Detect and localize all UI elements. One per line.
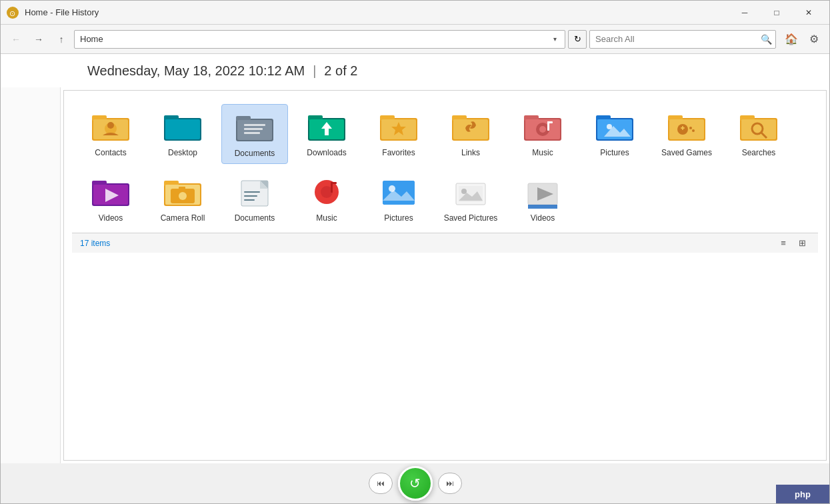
folder-label-desktop: Desktop [168, 148, 197, 159]
folder-item-documents2[interactable]: Documents [221, 169, 288, 228]
folder-item-music[interactable]: Music [509, 104, 576, 164]
folder-label-documents2: Documents [235, 213, 275, 224]
up-button[interactable]: ↑ [51, 30, 71, 49]
close-button[interactable]: ✕ [793, 3, 824, 23]
folder-label-videos-top: Videos [99, 213, 123, 224]
settings-button[interactable]: ⚙ [804, 30, 824, 49]
folder-icon-saved-games [665, 108, 708, 145]
title-bar: ⊙ Home - File History ─ □ ✕ [1, 1, 829, 25]
folder-label-documents: Documents [235, 149, 275, 159]
folder-icon-videos-top [89, 173, 132, 211]
folder-label-saved-pictures: Saved Pictures [444, 213, 498, 224]
php-badge-text: php [795, 489, 811, 499]
folder-item-saved-games[interactable]: Saved Games [653, 104, 720, 164]
date-bar: Wednesday, May 18, 2022 10:12 AM | 2 of … [1, 54, 829, 87]
home-button[interactable]: 🏠 [781, 30, 801, 49]
svg-point-46 [692, 129, 695, 132]
svg-rect-14 [244, 128, 263, 130]
svg-rect-68 [244, 199, 255, 201]
prev-button[interactable]: ⏮ [369, 473, 393, 494]
window-title: Home - File History [25, 7, 729, 17]
folder-item-music2[interactable]: Music [293, 169, 360, 228]
main-window: ⊙ Home - File History ─ □ ✕ ← → ↑ Home ▾… [0, 0, 830, 504]
folder-icon-downloads [305, 108, 348, 145]
forward-button[interactable]: → [29, 30, 49, 49]
search-input[interactable] [590, 34, 757, 44]
svg-rect-9 [165, 119, 200, 139]
date-text: Wednesday, May 18, 2022 10:12 AM [87, 63, 305, 79]
search-icon: 🔍 [761, 34, 772, 45]
folder-icon-documents [233, 109, 276, 146]
folder-icon-pictures [593, 108, 636, 145]
svg-rect-72 [331, 182, 337, 184]
svg-rect-15 [244, 132, 260, 134]
address-bar[interactable]: Home ▾ [74, 30, 565, 49]
svg-point-45 [689, 127, 692, 129]
folder-item-videos-top[interactable]: Videos [77, 169, 144, 228]
svg-rect-67 [244, 195, 257, 197]
folder-label-camera-roll: Camera Roll [161, 213, 205, 224]
folder-icon-camera-roll [161, 173, 204, 211]
folder-item-saved-pictures[interactable]: Saved Pictures [437, 169, 504, 228]
list-view-button[interactable]: ≡ [775, 236, 791, 251]
folder-label-searches: Searches [742, 148, 776, 159]
folder-item-pictures[interactable]: Pictures [581, 104, 648, 164]
search-button[interactable]: 🔍 [757, 30, 775, 49]
view-buttons: ≡ ⊞ [775, 236, 810, 251]
next-button[interactable]: ⏭ [438, 473, 462, 494]
folder-label-favorites: Favorites [382, 148, 415, 159]
folder-icon-videos-bottom [521, 173, 564, 211]
folder-item-documents[interactable]: Documents [221, 104, 288, 164]
settings-icon: ⚙ [809, 33, 819, 45]
svg-point-6 [107, 122, 114, 129]
svg-rect-44 [682, 126, 683, 130]
folder-icon-music2 [305, 173, 348, 211]
main-area: ContactsDesktopDocumentsDownloadsFavorit… [1, 87, 829, 463]
restore-button[interactable]: ↺ [398, 466, 433, 501]
detail-view-icon: ⊞ [799, 238, 806, 248]
folder-icon-links [449, 108, 492, 145]
svg-rect-33 [547, 121, 553, 123]
back-button[interactable]: ← [6, 30, 26, 49]
folder-item-desktop[interactable]: Desktop [149, 104, 216, 164]
folder-icon-desktop [161, 108, 204, 145]
folder-icon-searches [737, 108, 780, 145]
folder-label-music2: Music [316, 213, 337, 224]
folder-icon-pictures2 [377, 173, 420, 211]
content-panel: ContactsDesktopDocumentsDownloadsFavorit… [63, 90, 827, 461]
folder-label-contacts: Contacts [95, 148, 126, 159]
svg-rect-13 [244, 124, 265, 126]
folder-item-links[interactable]: Links [437, 104, 504, 164]
folder-label-pictures: Pictures [600, 148, 629, 159]
minimize-button[interactable]: ─ [729, 3, 760, 23]
folder-item-pictures2[interactable]: Pictures [365, 169, 432, 228]
address-dropdown-arrow[interactable]: ▾ [551, 35, 559, 43]
folder-item-searches[interactable]: Searches [725, 104, 792, 164]
svg-rect-83 [528, 205, 557, 209]
folder-icon-contacts [89, 108, 132, 145]
toolbar-right: 🏠 ⚙ [781, 30, 824, 49]
refresh-button[interactable]: ↻ [568, 30, 587, 49]
svg-rect-74 [383, 181, 415, 205]
folder-item-contacts[interactable]: Contacts [77, 104, 144, 164]
bottom-bar: ⏮ ↺ ⏭ php [1, 463, 829, 503]
folder-icon-music [521, 108, 564, 145]
svg-rect-49 [741, 119, 776, 139]
svg-point-60 [179, 192, 187, 200]
folder-label-saved-games: Saved Games [661, 148, 712, 159]
svg-rect-61 [179, 187, 185, 190]
php-badge: php [776, 485, 829, 503]
window-controls: ─ □ ✕ [729, 3, 824, 23]
folder-item-favorites[interactable]: Favorites [365, 104, 432, 164]
folder-item-videos-bottom[interactable]: Videos [509, 169, 576, 228]
date-separator: | [313, 63, 316, 79]
maximize-button[interactable]: □ [761, 3, 792, 23]
folder-label-downloads: Downloads [307, 148, 346, 159]
detail-view-button[interactable]: ⊞ [794, 236, 810, 251]
folder-item-downloads[interactable]: Downloads [293, 104, 360, 164]
restore-icon: ↺ [409, 475, 421, 491]
folder-item-camera-roll[interactable]: Camera Roll [149, 169, 216, 228]
folder-label-pictures2: Pictures [384, 213, 413, 224]
folder-icon-saved-pictures [449, 173, 492, 211]
page-info: 2 of 2 [324, 63, 357, 79]
